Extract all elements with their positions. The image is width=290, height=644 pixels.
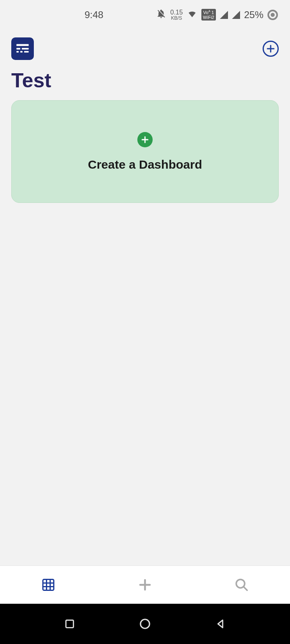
svg-rect-10 xyxy=(43,580,54,590)
svg-point-20 xyxy=(141,619,150,629)
battery-percentage: 25% xyxy=(244,9,263,21)
create-plus-icon xyxy=(137,132,153,147)
nav-back[interactable] xyxy=(210,614,230,634)
data-speed-value: 0.15 xyxy=(170,9,183,16)
create-dashboard-card[interactable]: Create a Dashboard xyxy=(11,100,279,203)
signal-icon-1 xyxy=(220,11,228,19)
svg-rect-1 xyxy=(17,48,21,50)
tab-add[interactable] xyxy=(133,573,157,597)
app-header xyxy=(0,29,290,60)
app-logo[interactable] xyxy=(11,37,34,60)
svg-rect-5 xyxy=(24,51,29,53)
tab-search[interactable] xyxy=(230,573,254,597)
bottom-tab-bar xyxy=(0,566,290,604)
data-speed-indicator: 0.15 KB/S xyxy=(170,9,183,21)
app-logo-icon xyxy=(15,41,30,56)
status-bar: 9:48 0.15 KB/S VoA 1WiFi2 25% xyxy=(0,0,290,29)
nav-home[interactable] xyxy=(135,614,155,634)
square-icon xyxy=(64,618,75,630)
svg-rect-3 xyxy=(17,51,19,53)
nav-recent[interactable] xyxy=(60,614,80,634)
triangle-back-icon xyxy=(215,618,226,630)
tab-grid[interactable] xyxy=(36,573,60,597)
grid-icon xyxy=(41,578,56,592)
svg-rect-0 xyxy=(17,44,29,46)
battery-ring-icon xyxy=(267,10,278,20)
main-content: Create a Dashboard xyxy=(0,100,290,566)
search-icon xyxy=(234,578,249,592)
page-title: Test xyxy=(0,60,290,100)
status-time: 9:48 xyxy=(85,9,104,21)
svg-rect-2 xyxy=(22,48,29,50)
signal-icon-2 xyxy=(232,11,240,19)
wifi-icon xyxy=(187,9,197,21)
system-nav-bar xyxy=(0,604,290,644)
plus-icon xyxy=(266,44,276,54)
data-speed-unit: KB/S xyxy=(171,16,182,21)
create-dashboard-label: Create a Dashboard xyxy=(88,158,202,171)
add-button[interactable] xyxy=(263,41,279,57)
svg-rect-4 xyxy=(20,51,23,53)
circle-icon xyxy=(139,618,151,630)
svg-rect-19 xyxy=(66,620,74,628)
status-icons: 0.15 KB/S VoA 1WiFi2 25% xyxy=(156,8,278,21)
plus-icon xyxy=(138,578,152,592)
vowifi-badge: VoA 1WiFi2 xyxy=(201,9,216,21)
notifications-off-icon xyxy=(156,8,166,21)
svg-line-18 xyxy=(244,587,247,590)
